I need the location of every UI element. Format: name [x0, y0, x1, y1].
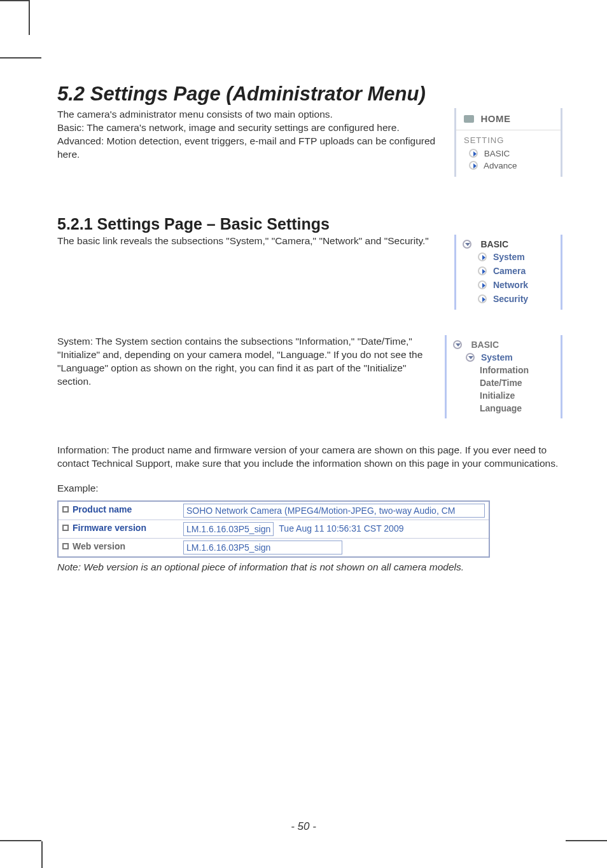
square-icon: [62, 543, 69, 549]
chevron-down-icon: [466, 353, 475, 362]
product-name-label-text: Product name: [73, 504, 132, 514]
information-para: Information: The product name and firmwa…: [57, 444, 562, 471]
section-5-2-text: The camera's administrator menu consists…: [57, 108, 442, 162]
menu-home-setting: HOME SETTING BASIC Advance: [454, 108, 562, 177]
web-version-cell: LM.1.6.16.03P5_sign: [179, 539, 489, 556]
crop-mark: [0, 57, 41, 59]
menu-language-item[interactable]: Language: [453, 401, 554, 413]
menu-security-label: Security: [493, 294, 528, 304]
crop-mark: [41, 841, 43, 868]
chevron-right-icon: [478, 252, 487, 261]
menu-advance-item[interactable]: Advance: [464, 160, 553, 172]
menu-home-item[interactable]: HOME: [464, 113, 553, 125]
menu-a-wrap: HOME SETTING BASIC Advance: [454, 108, 562, 177]
menu-divider: [456, 130, 561, 130]
heading-5-2: 5.2 Settings Page (Administrator Menu): [57, 83, 562, 106]
chevron-right-icon: [478, 266, 487, 275]
menu-advance-label: Advance: [484, 161, 517, 170]
menu-system-label: System: [493, 252, 525, 262]
menu-b-wrap: BASIC System Camera Network: [454, 235, 562, 310]
chevron-right-icon: [478, 280, 487, 289]
para-intro-3: Advanced: Motion detection, event trigge…: [57, 135, 442, 162]
menu-basic-head-label: BASIC: [478, 239, 508, 249]
page-number: - 50 -: [0, 820, 607, 833]
home-icon: [464, 115, 474, 123]
web-version-label-text: Web version: [73, 541, 125, 551]
chevron-down-icon: [463, 240, 471, 249]
menu-setting-label: SETTING: [464, 135, 553, 145]
square-icon: [62, 525, 69, 531]
menu-system-item[interactable]: System: [463, 250, 554, 264]
system-row: System: The System section contains the …: [57, 335, 562, 418]
firmware-label: Firmware version: [59, 520, 179, 538]
para-intro-1: The camera's administrator menu consists…: [57, 108, 442, 121]
product-name-cell: SOHO Network Camera (MPEG4/Motion-JPEG, …: [179, 502, 489, 520]
section-5-2-row: The camera's administrator menu consists…: [57, 108, 562, 177]
firmware-value-1: LM.1.6.16.03P5_sign: [183, 522, 274, 536]
menu-network-label: Network: [493, 280, 528, 290]
product-name-label: Product name: [59, 502, 179, 520]
product-name-value: SOHO Network Camera (MPEG4/Motion-JPEG, …: [183, 504, 485, 518]
chevron-right-icon: [469, 149, 478, 158]
menu-security-item[interactable]: Security: [463, 292, 554, 306]
menu-camera-item[interactable]: Camera: [463, 264, 554, 278]
menu-camera-label: Camera: [493, 266, 526, 276]
crop-mark: [0, 840, 41, 841]
table-row: Firmware version LM.1.6.16.03P5_sign Tue…: [59, 520, 489, 538]
menu-datetime-item[interactable]: Date/Time: [453, 375, 554, 388]
menu-initialize-item[interactable]: Initialize: [453, 388, 554, 401]
menu-network-item[interactable]: Network: [463, 278, 554, 292]
example-table: Product name SOHO Network Camera (MPEG4/…: [57, 500, 490, 558]
crop-mark: [0, 0, 29, 1]
firmware-value-2: Tue Aug 11 10:56:31 CST 2009: [279, 522, 403, 536]
crop-mark: [566, 840, 607, 841]
heading-5-2-1: 5.2.1 Settings Page – Basic Settings: [57, 215, 562, 233]
chevron-right-icon: [469, 161, 478, 170]
page: 5.2 Settings Page (Administrator Menu) T…: [0, 0, 607, 868]
menu-system-expanded-label: System: [481, 352, 513, 362]
menu-c-wrap: BASIC System Information Date/Time Initi…: [445, 335, 562, 418]
firmware-cell: LM.1.6.16.03P5_sign Tue Aug 11 10:56:31 …: [179, 520, 489, 538]
web-version-label: Web version: [59, 539, 179, 556]
para-intro-2: Basic: The camera's network, image and s…: [57, 121, 442, 135]
section-5-2-1-row: The basic link reveals the subsections "…: [57, 235, 562, 310]
chevron-right-icon: [478, 294, 487, 303]
menu-basic-expanded: BASIC System Camera Network: [454, 235, 562, 310]
menu-basic-head-2-label: BASIC: [468, 340, 499, 350]
menu-information-item[interactable]: Information: [453, 362, 554, 375]
table-row: Web version LM.1.6.16.03P5_sign: [59, 538, 489, 556]
square-icon: [62, 506, 69, 513]
basic-intro-text: The basic link reveals the subsections "…: [57, 235, 442, 248]
menu-system-expanded[interactable]: System: [453, 350, 554, 362]
menu-basic-label: BASIC: [484, 149, 510, 158]
menu-basic-item[interactable]: BASIC: [464, 148, 553, 160]
web-version-value: LM.1.6.16.03P5_sign: [183, 541, 342, 555]
example-label: Example:: [57, 482, 562, 495]
menu-home-label: HOME: [480, 113, 510, 124]
crop-mark: [29, 0, 30, 35]
firmware-label-text: Firmware version: [73, 523, 146, 533]
table-row: Product name SOHO Network Camera (MPEG4/…: [59, 502, 489, 520]
content: 5.2 Settings Page (Administrator Menu) T…: [57, 38, 562, 573]
menu-basic-system-expanded: BASIC System Information Date/Time Initi…: [445, 335, 562, 418]
note-text: Note: Web version is an optional piece o…: [57, 561, 562, 573]
menu-basic-head-2[interactable]: BASIC: [453, 339, 554, 350]
menu-basic-head[interactable]: BASIC: [463, 238, 554, 250]
system-para: System: The System section contains the …: [57, 335, 432, 389]
chevron-down-icon: [453, 340, 462, 349]
